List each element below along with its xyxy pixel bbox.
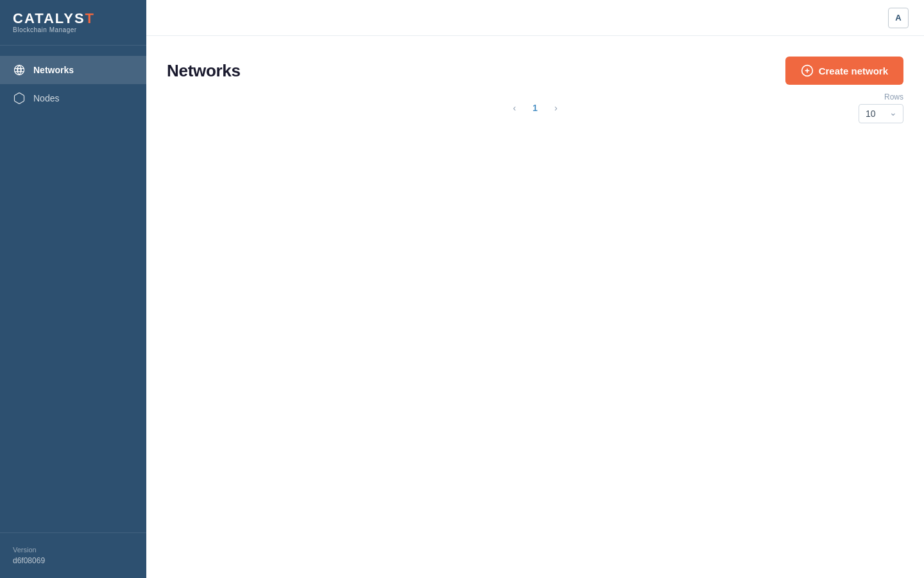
page-content: Networks Create network ‹ 1 › [146,36,924,578]
logo-name: CATALYST [13,12,133,26]
nodes-icon [13,92,26,105]
create-plus-icon [801,64,814,77]
pagination-next[interactable]: › [551,100,561,116]
topbar: A [146,0,924,36]
sidebar-item-nodes[interactable]: Nodes [0,84,146,112]
sidebar-item-label-nodes: Nodes [33,93,59,103]
sidebar-item-label-networks: Networks [33,65,74,75]
page-header: Networks Create network [167,57,903,85]
pagination-controls: ‹ 1 › [509,100,561,116]
version-value: d6f08069 [13,556,133,565]
pagination-prev[interactable]: ‹ [509,100,520,116]
create-network-label: Create network [819,66,888,76]
pagination-current-page[interactable]: 1 [527,100,543,116]
sidebar-item-networks[interactable]: Networks [0,56,146,84]
rows-select[interactable]: 5 10 25 50 100 [859,104,903,123]
logo: CATALYST Blockchain Manager [13,12,133,33]
sidebar-nav: Networks Nodes [0,46,146,532]
network-icon [13,64,26,76]
page-title: Networks [167,61,241,81]
avatar-button[interactable]: A [888,8,909,28]
main-content: A Networks Create network ‹ [146,0,924,578]
logo-subtitle: Blockchain Manager [13,27,133,33]
rows-label: Rows [884,92,903,101]
sidebar: CATALYST Blockchain Manager Networks [0,0,146,578]
version-label: Version [13,546,133,554]
logo-area: CATALYST Blockchain Manager [0,0,146,46]
rows-per-page: Rows 5 10 25 50 100 [859,92,903,123]
rows-select-wrapper: 5 10 25 50 100 [859,104,903,123]
pagination-area: ‹ 1 › Rows 5 10 25 50 100 [167,100,903,116]
svg-point-0 [18,69,21,72]
create-network-button[interactable]: Create network [785,57,903,85]
sidebar-footer: Version d6f08069 [0,532,146,578]
